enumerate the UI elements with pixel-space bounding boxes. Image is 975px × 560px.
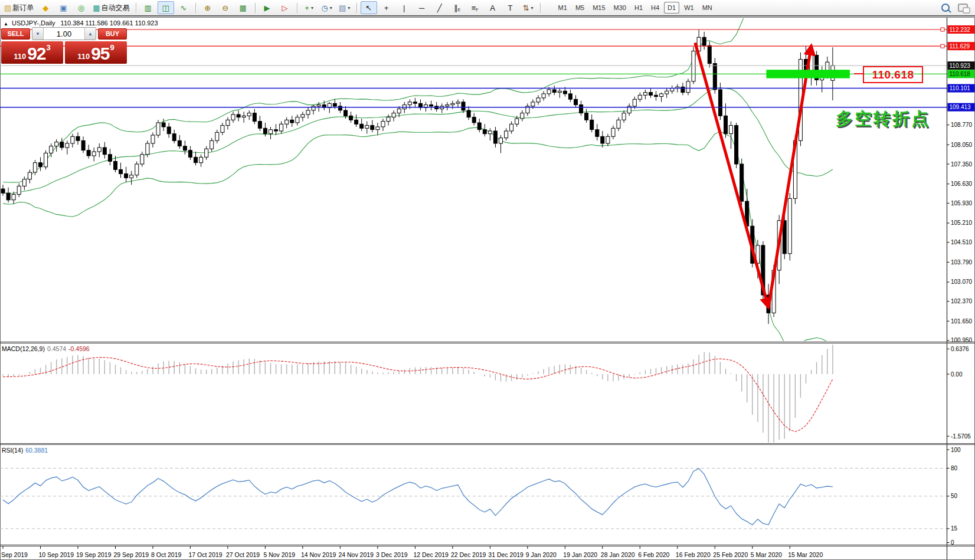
symbol-period-label: USDJPY-,Daily bbox=[12, 19, 55, 27]
templates-button-caret[interactable]: ▾ bbox=[348, 5, 350, 11]
indicators-button[interactable]: +▾ bbox=[301, 1, 318, 14]
toolbar-separator bbox=[540, 3, 541, 13]
volume-decrease-button[interactable]: ▼ bbox=[32, 28, 44, 40]
macd-panel[interactable] bbox=[3, 345, 833, 444]
toolbar-separator bbox=[356, 3, 357, 13]
collapse-panel-icon[interactable]: ▲ bbox=[4, 21, 8, 27]
buy-price-prefix: 110 bbox=[77, 51, 90, 62]
signals-icon[interactable]: ◎ bbox=[73, 1, 89, 14]
line-chart-icon[interactable]: ∿ bbox=[175, 1, 192, 14]
resistance-line-2-handle[interactable] bbox=[941, 44, 944, 48]
support-line-2-badge-label: 109.413 bbox=[950, 104, 971, 110]
periods-button-caret[interactable]: ▾ bbox=[330, 5, 332, 11]
rsi-value: 60.3881 bbox=[25, 447, 48, 454]
timeframe-m30[interactable]: M30 bbox=[610, 2, 630, 14]
bar-chart-icon-glyph: ▥ bbox=[144, 4, 151, 12]
candlestick-chart-icon[interactable]: ◫ bbox=[158, 1, 174, 14]
chart-canvas[interactable]: 112.232111.629110.923110.618110.101109.4… bbox=[0, 0, 975, 560]
cursor-glyph: ↖ bbox=[365, 4, 372, 12]
date-label: 15 Mar 2020 bbox=[788, 551, 823, 558]
new-order-glyph: ▤ bbox=[4, 4, 11, 12]
macd-tick-label: -1.5705 bbox=[951, 433, 971, 440]
macd-label: MACD(12,26,9)0.4574-0.4596 bbox=[2, 345, 90, 352]
timeframe-m1[interactable]: M1 bbox=[555, 2, 571, 14]
timeframe-mn[interactable]: MN bbox=[699, 2, 716, 14]
zoom-out-icon[interactable]: ⊖ bbox=[217, 1, 234, 14]
rsi-label: RSI(14)60.3881 bbox=[2, 447, 48, 454]
toolbar-separator bbox=[195, 3, 196, 13]
buy-button[interactable]: BUY bbox=[98, 28, 127, 40]
date-label: 6 Feb 2020 bbox=[638, 551, 669, 558]
arrows-button[interactable]: ⇅▾ bbox=[520, 1, 536, 14]
hline-glyph: ─ bbox=[419, 4, 424, 12]
date-label: 12 Dec 2019 bbox=[413, 551, 449, 558]
price-target-box[interactable]: 110.618 bbox=[863, 66, 923, 83]
indicators-button-caret[interactable]: ▾ bbox=[311, 5, 313, 11]
vline-button[interactable]: | bbox=[396, 1, 413, 14]
highlight-band[interactable] bbox=[766, 70, 850, 78]
timeframe-h4[interactable]: H4 bbox=[647, 2, 663, 14]
indicators-glyph: + bbox=[305, 4, 309, 12]
tile-windows-icon-glyph: ▦ bbox=[239, 4, 246, 12]
price-tick-label: 103.070 bbox=[951, 279, 973, 285]
trendline-glyph: ╱ bbox=[437, 4, 442, 12]
terminal-icon[interactable]: ▣ bbox=[55, 1, 71, 14]
market-watch-icon[interactable]: ◆ bbox=[37, 1, 54, 14]
timeframe-m5[interactable]: M5 bbox=[572, 2, 588, 14]
price-tick-label: 108.050 bbox=[951, 142, 973, 148]
channel-button[interactable]: ∥E bbox=[449, 1, 466, 14]
cursor-button[interactable]: ↖ bbox=[361, 1, 377, 14]
text-button[interactable]: A bbox=[485, 1, 501, 14]
text-glyph: A bbox=[490, 4, 495, 12]
vline-glyph: | bbox=[403, 4, 405, 12]
auto-scroll-icon[interactable]: ▶ bbox=[259, 1, 276, 14]
bar-chart-icon[interactable]: ▥ bbox=[140, 1, 156, 14]
zoom-in-icon[interactable]: ⊕ bbox=[199, 1, 216, 14]
up-arrow[interactable] bbox=[768, 45, 812, 307]
down-arrow[interactable] bbox=[695, 43, 768, 307]
templates-glyph: ▤ bbox=[339, 4, 346, 12]
periods-button[interactable]: ◷▾ bbox=[319, 1, 335, 14]
fibonacci-button[interactable]: ≡F bbox=[467, 1, 483, 14]
new-order-button[interactable]: ▤新订单 bbox=[2, 1, 36, 14]
sell-button[interactable]: SELL bbox=[1, 28, 30, 40]
hline-button[interactable]: ─ bbox=[414, 1, 430, 14]
crosshair-glyph: + bbox=[384, 4, 389, 12]
timeframe-d1[interactable]: D1 bbox=[664, 2, 679, 14]
timeframe-h1[interactable]: H1 bbox=[631, 2, 646, 14]
label-button[interactable]: T bbox=[502, 1, 519, 14]
price-tick-label: 105.930 bbox=[951, 200, 973, 207]
sell-price-pip: 3 bbox=[47, 43, 51, 52]
chat-icon[interactable] bbox=[958, 4, 968, 12]
zoom-out-icon-glyph: ⊖ bbox=[222, 4, 228, 12]
volume-input[interactable]: 1.00 bbox=[44, 28, 84, 40]
date-label: 27 Oct 2019 bbox=[226, 551, 260, 558]
price-tick-label: 100.950 bbox=[951, 337, 973, 343]
pivot-line-badge-label: 110.618 bbox=[950, 71, 971, 77]
autotrading-button[interactable]: ▦自动交易 bbox=[90, 1, 132, 14]
channel-button-sub: E bbox=[458, 8, 461, 12]
sell-price-display[interactable]: 110 92 3 bbox=[1, 41, 63, 64]
auto-scroll-icon-glyph: ▶ bbox=[264, 4, 270, 12]
search-icon[interactable] bbox=[941, 4, 950, 12]
date-label: 19 Jan 2020 bbox=[563, 551, 597, 558]
trendline-button[interactable]: ╱ bbox=[431, 1, 448, 14]
chart-shift-icon[interactable]: ▷ bbox=[277, 1, 293, 14]
terminal-icon-glyph: ▣ bbox=[60, 4, 67, 12]
periods-glyph: ◷ bbox=[321, 4, 328, 12]
crosshair-button[interactable]: + bbox=[378, 1, 395, 14]
buy-price-big: 95 bbox=[91, 45, 109, 63]
arrows-button-caret[interactable]: ▾ bbox=[531, 5, 534, 11]
zoom-in-icon-glyph: ⊕ bbox=[204, 4, 211, 12]
volume-increase-button[interactable]: ▲ bbox=[84, 28, 96, 40]
timeframe-w1[interactable]: W1 bbox=[680, 2, 698, 14]
resistance-line-2-badge-label: 111.629 bbox=[950, 43, 970, 50]
buy-price-display[interactable]: 110 95 9 bbox=[65, 41, 127, 64]
toolbar-separator bbox=[136, 3, 136, 13]
turning-point-label[interactable]: 多空转折点 bbox=[836, 107, 930, 131]
tile-windows-icon[interactable]: ▦ bbox=[235, 1, 251, 14]
templates-button[interactable]: ▤▾ bbox=[336, 1, 353, 14]
macd-tick-label: 0.00 bbox=[951, 371, 963, 378]
resistance-line-1-handle[interactable] bbox=[941, 28, 944, 31]
timeframe-m15[interactable]: M15 bbox=[589, 2, 608, 14]
